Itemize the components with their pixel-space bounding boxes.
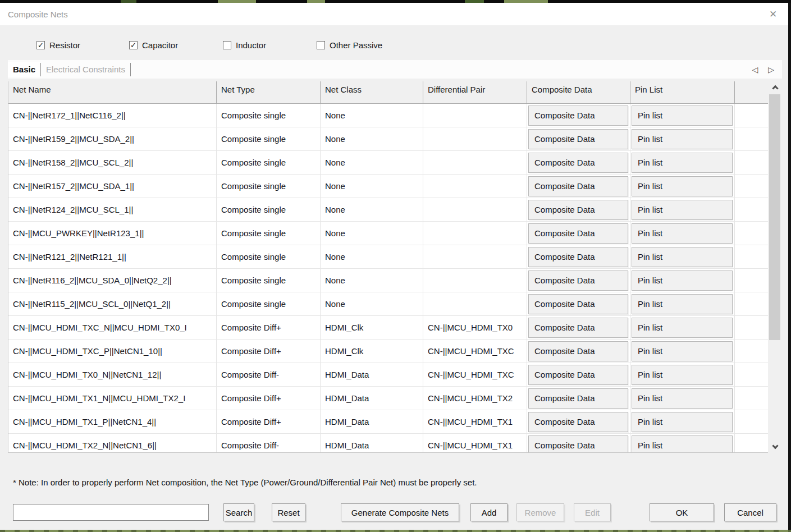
differential-pair-cell[interactable] [423, 292, 527, 315]
composite-data-button[interactable]: Composite Data [528, 412, 628, 432]
differential-pair-cell[interactable]: CN-||MCU_HDMI_TX0 [423, 316, 527, 339]
checkbox-resistor[interactable]: ✓ Resistor [36, 38, 80, 52]
composite-data-button[interactable]: Composite Data [528, 270, 628, 291]
dialog-titlebar[interactable]: Composite Nets ✕ [0, 3, 788, 25]
net-type-cell[interactable]: Composite Diff+ [217, 316, 321, 339]
pin-list-button[interactable]: Pin list [632, 435, 733, 453]
composite-data-button[interactable]: Composite Data [528, 318, 628, 338]
table-row[interactable]: CN-||MCU_HDMI_TX0_N||NetCN1_12|| Composi… [8, 363, 768, 387]
pin-list-button[interactable]: Pin list [632, 106, 733, 126]
net-name-cell[interactable]: CN-||MCU_HDMI_TXC_P||NetCN1_10|| [8, 340, 217, 363]
net-class-cell[interactable]: None [321, 269, 423, 292]
composite-data-button[interactable]: Composite Data [528, 176, 628, 196]
table-row[interactable]: CN-||NetR157_2||MCU_SDA_1|| Composite si… [8, 175, 768, 198]
pin-list-button[interactable]: Pin list [632, 247, 733, 267]
composite-data-button[interactable]: Composite Data [528, 247, 628, 267]
column-header-pin-list[interactable]: Pin List [630, 81, 735, 103]
composite-data-button[interactable]: Composite Data [528, 341, 628, 361]
net-class-cell[interactable]: HDMI_Data [321, 434, 423, 453]
differential-pair-cell[interactable] [423, 151, 527, 174]
cancel-button[interactable]: Cancel [724, 503, 776, 521]
net-type-cell[interactable]: Composite Diff- [217, 363, 321, 386]
composite-data-button[interactable]: Composite Data [528, 435, 628, 453]
composite-data-button[interactable]: Composite Data [528, 106, 628, 126]
differential-pair-cell[interactable] [423, 198, 527, 221]
tab-scroll-left-icon[interactable]: ◁ [752, 65, 758, 74]
net-class-cell[interactable]: None [321, 104, 423, 127]
checkbox-capacitor[interactable]: ✓ Capacitor [129, 38, 178, 52]
reset-button[interactable]: Reset [272, 503, 305, 521]
net-class-cell[interactable]: None [321, 151, 423, 174]
net-class-cell[interactable]: None [321, 222, 423, 245]
vertical-scrollbar[interactable] [768, 81, 782, 453]
net-type-cell[interactable]: Composite single [217, 198, 321, 221]
column-header-net-class[interactable]: Net Class [321, 81, 423, 103]
composite-data-button[interactable]: Composite Data [528, 223, 628, 244]
differential-pair-cell[interactable] [423, 245, 527, 268]
net-name-cell[interactable]: CN-||NetR121_2||NetR121_1|| [8, 245, 217, 268]
scroll-up-icon[interactable] [768, 82, 782, 93]
table-row[interactable]: CN-||NetR121_2||NetR121_1|| Composite si… [8, 245, 768, 269]
pin-list-button[interactable]: Pin list [632, 412, 733, 432]
table-row[interactable]: CN-||MCU_HDMI_TXC_N||MCU_HDMI_TX0_I Comp… [8, 316, 768, 340]
close-icon[interactable]: ✕ [765, 3, 781, 25]
pin-list-button[interactable]: Pin list [632, 223, 733, 244]
checkbox-inductor[interactable]: Inductor [223, 38, 266, 52]
net-name-cell[interactable]: CN-||MCU_PWRKEY||NetR123_1|| [8, 222, 217, 245]
pin-list-button[interactable]: Pin list [632, 294, 733, 314]
net-type-cell[interactable]: Composite Diff+ [217, 387, 321, 410]
differential-pair-cell[interactable]: CN-||MCU_HDMI_TXC [423, 363, 527, 386]
table-row[interactable]: CN-||NetR172_1||NetC116_2|| Composite si… [8, 104, 768, 127]
pin-list-button[interactable]: Pin list [632, 365, 733, 385]
table-row[interactable]: CN-||MCU_HDMI_TX2_N||NetCN1_6|| Composit… [8, 434, 768, 453]
composite-data-button[interactable]: Composite Data [528, 129, 628, 149]
generate-composite-nets-button[interactable]: Generate Composite Nets [341, 503, 459, 521]
net-class-cell[interactable]: HDMI_Clk [321, 340, 423, 363]
net-name-cell[interactable]: CN-||MCU_HDMI_TX1_N||MCU_HDMI_TX2_I [8, 387, 217, 410]
pin-list-button[interactable]: Pin list [632, 176, 733, 196]
ok-button[interactable]: OK [650, 503, 714, 521]
composite-data-button[interactable]: Composite Data [528, 388, 628, 409]
net-name-cell[interactable]: CN-||MCU_HDMI_TX0_N||NetCN1_12|| [8, 363, 217, 386]
differential-pair-cell[interactable] [423, 175, 527, 198]
scroll-down-icon[interactable] [768, 442, 782, 452]
net-name-cell[interactable]: CN-||NetR115_2||MCU_SCL_0||NetQ1_2|| [8, 292, 217, 315]
differential-pair-cell[interactable]: CN-||MCU_HDMI_TX1 [423, 410, 527, 433]
table-row[interactable]: CN-||NetR158_2||MCU_SCL_2|| Composite si… [8, 151, 768, 175]
pin-list-button[interactable]: Pin list [632, 341, 733, 361]
net-type-cell[interactable]: Composite single [217, 104, 321, 127]
table-row[interactable]: CN-||NetR124_2||MCU_SCL_1|| Composite si… [8, 198, 768, 222]
tab-electrical-constraints[interactable]: Electrical Constraints [41, 62, 130, 77]
column-header-net-type[interactable]: Net Type [217, 81, 321, 103]
net-name-cell[interactable]: CN-||NetR124_2||MCU_SCL_1|| [8, 198, 217, 221]
net-name-cell[interactable]: CN-||MCU_HDMI_TX1_P||NetCN1_4|| [8, 410, 217, 433]
column-header-differential-pair[interactable]: Differential Pair [423, 81, 527, 103]
net-name-cell[interactable]: CN-||NetR116_2||MCU_SDA_0||NetQ2_2|| [8, 269, 217, 292]
pin-list-button[interactable]: Pin list [632, 270, 733, 291]
net-class-cell[interactable]: None [321, 127, 423, 150]
net-class-cell[interactable]: None [321, 175, 423, 198]
search-button[interactable]: Search [223, 503, 254, 521]
composite-data-button[interactable]: Composite Data [528, 153, 628, 173]
table-row[interactable]: CN-||NetR116_2||MCU_SDA_0||NetQ2_2|| Com… [8, 269, 768, 292]
table-row[interactable]: CN-||MCU_HDMI_TX1_N||MCU_HDMI_TX2_I Comp… [8, 387, 768, 410]
differential-pair-cell[interactable]: CN-||MCU_HDMI_TX1 [423, 434, 527, 453]
net-type-cell[interactable]: Composite single [217, 151, 321, 174]
table-row[interactable]: CN-||NetR159_2||MCU_SDA_2|| Composite si… [8, 127, 768, 151]
net-name-cell[interactable]: CN-||MCU_HDMI_TX2_N||NetCN1_6|| [8, 434, 217, 453]
pin-list-button[interactable]: Pin list [632, 200, 733, 220]
scrollbar-thumb[interactable] [769, 94, 780, 340]
differential-pair-cell[interactable] [423, 222, 527, 245]
tab-scroll-right-icon[interactable]: ▷ [768, 65, 774, 74]
table-row[interactable]: CN-||MCU_HDMI_TX1_P||NetCN1_4|| Composit… [8, 410, 768, 434]
composite-data-button[interactable]: Composite Data [528, 365, 628, 385]
net-type-cell[interactable]: Composite Diff- [217, 434, 321, 453]
pin-list-button[interactable]: Pin list [632, 388, 733, 409]
net-type-cell[interactable]: Composite Diff+ [217, 340, 321, 363]
net-class-cell[interactable]: None [321, 292, 423, 315]
differential-pair-cell[interactable] [423, 269, 527, 292]
net-type-cell[interactable]: Composite single [217, 292, 321, 315]
net-class-cell[interactable]: HDMI_Data [321, 363, 423, 386]
net-class-cell[interactable]: HDMI_Data [321, 387, 423, 410]
composite-data-button[interactable]: Composite Data [528, 294, 628, 314]
